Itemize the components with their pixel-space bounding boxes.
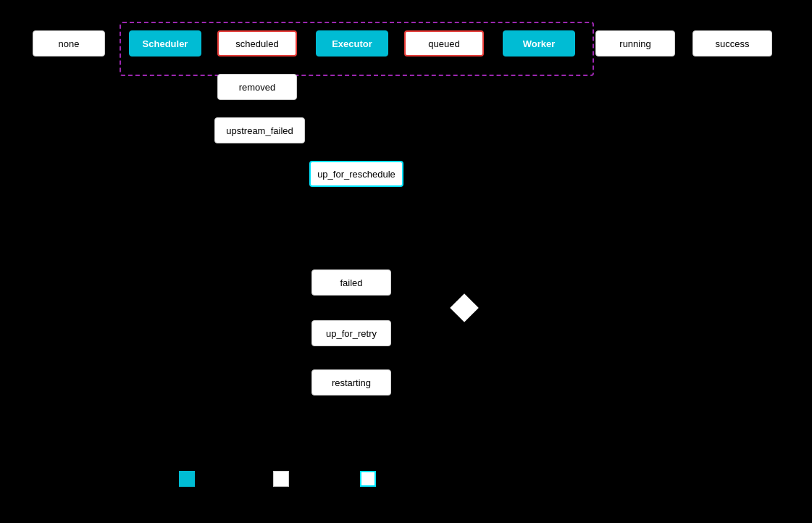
node-removed[interactable]: removed xyxy=(217,74,297,100)
legend-blue-square xyxy=(179,471,195,487)
legend-white xyxy=(273,471,289,487)
legend-cyan-square xyxy=(360,471,376,487)
diagram-area: none Scheduler scheduled Executor queued… xyxy=(0,0,812,523)
node-failed[interactable]: failed xyxy=(311,269,391,296)
node-upstream-failed[interactable]: upstream_failed xyxy=(214,117,305,143)
node-scheduler[interactable]: Scheduler xyxy=(129,30,201,57)
node-executor[interactable]: Executor xyxy=(316,30,388,57)
node-scheduled[interactable]: scheduled xyxy=(217,30,297,57)
node-worker[interactable]: Worker xyxy=(503,30,575,57)
node-up-for-retry[interactable]: up_for_retry xyxy=(311,320,391,346)
diamond-shape xyxy=(450,293,479,322)
legend-blue xyxy=(179,471,195,487)
legend-cyan xyxy=(360,471,376,487)
node-up-for-reschedule[interactable]: up_for_reschedule xyxy=(309,161,403,187)
node-queued[interactable]: queued xyxy=(404,30,484,57)
node-running[interactable]: running xyxy=(595,30,675,57)
node-restarting[interactable]: restarting xyxy=(311,369,391,396)
node-success[interactable]: success xyxy=(692,30,772,57)
legend-white-square xyxy=(273,471,289,487)
node-none[interactable]: none xyxy=(33,30,105,57)
